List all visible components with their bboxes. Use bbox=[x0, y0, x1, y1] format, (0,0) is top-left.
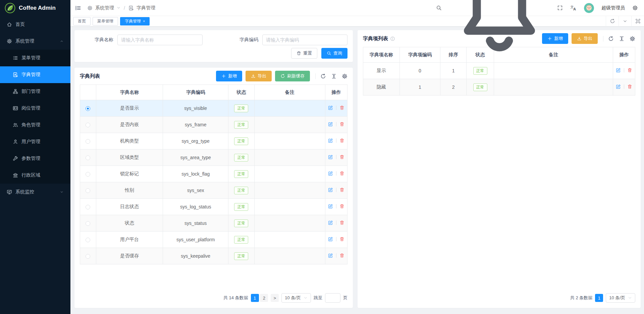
tab-字典管理[interactable]: 字典管理 × bbox=[120, 17, 150, 25]
sidebar-item-角色管理[interactable]: 角色管理 bbox=[0, 117, 70, 133]
tab-menu-chevron-icon[interactable] bbox=[619, 16, 631, 26]
page-size-select[interactable]: 10 条/页 bbox=[606, 293, 635, 303]
edit-icon[interactable] bbox=[328, 154, 333, 160]
breadcrumb-item-system[interactable]: 系统管理 bbox=[95, 5, 114, 11]
row-radio[interactable] bbox=[86, 106, 90, 111]
sidebar-item-首页[interactable]: 首页 bbox=[0, 16, 70, 33]
edit-icon[interactable] bbox=[328, 204, 333, 209]
sidebar-item-系统管理[interactable]: 系统管理 bbox=[0, 33, 70, 50]
item-table-row[interactable]: 显示 0 1 正常 bbox=[363, 63, 635, 79]
delete-icon[interactable] bbox=[339, 220, 344, 225]
sidebar-item-字典管理[interactable]: 字典管理 bbox=[0, 66, 70, 83]
row-radio[interactable] bbox=[86, 205, 90, 209]
sidebar-item-系统监控[interactable]: 系统监控 bbox=[0, 184, 70, 200]
delete-icon[interactable] bbox=[339, 105, 344, 110]
breadcrumb: 系统管理 / 字典管理 bbox=[87, 5, 155, 11]
row-radio[interactable] bbox=[86, 139, 90, 144]
table-settings-gear-icon[interactable] bbox=[630, 36, 635, 42]
close-tab-icon[interactable]: × bbox=[143, 19, 145, 23]
sidebar-item-参数管理[interactable]: 参数管理 bbox=[0, 150, 70, 167]
refresh-page-icon[interactable] bbox=[606, 16, 619, 26]
row-radio[interactable] bbox=[86, 188, 90, 193]
jump-page-input[interactable] bbox=[325, 293, 340, 303]
edit-icon[interactable] bbox=[328, 171, 333, 176]
delete-icon[interactable] bbox=[339, 204, 344, 209]
edit-icon[interactable] bbox=[616, 84, 621, 89]
translate-icon[interactable]: 文A bbox=[570, 5, 577, 11]
export-dict-button[interactable]: 导出 bbox=[246, 71, 272, 81]
page-size-select[interactable]: 10 条/页 bbox=[281, 293, 311, 303]
delete-icon[interactable] bbox=[339, 171, 344, 176]
delete-icon[interactable] bbox=[339, 187, 344, 192]
sidebar-item-岗位管理[interactable]: 岗位管理 bbox=[0, 100, 70, 117]
search-icon[interactable] bbox=[436, 5, 442, 11]
delete-icon[interactable] bbox=[627, 68, 632, 73]
status-badge: 正常 bbox=[234, 203, 248, 211]
edit-icon[interactable] bbox=[328, 138, 333, 143]
content-maximize-icon[interactable] bbox=[631, 16, 644, 26]
collapse-sidebar-icon[interactable] bbox=[75, 5, 81, 11]
edit-icon[interactable] bbox=[328, 220, 333, 225]
row-height-icon[interactable] bbox=[619, 36, 625, 42]
delete-icon[interactable] bbox=[339, 154, 344, 160]
dict-table-row[interactable]: 机构类型 sys_org_type 正常 bbox=[80, 133, 347, 149]
edit-icon[interactable] bbox=[328, 187, 333, 192]
row-radio[interactable] bbox=[86, 238, 90, 242]
row-radio[interactable] bbox=[86, 155, 90, 160]
tab-菜单管理[interactable]: 菜单管理 bbox=[93, 17, 118, 25]
row-radio[interactable] bbox=[86, 172, 90, 177]
edit-icon[interactable] bbox=[328, 237, 333, 242]
settings-gear-icon[interactable] bbox=[632, 5, 638, 11]
edit-icon[interactable] bbox=[328, 253, 333, 258]
export-item-button[interactable]: 导出 bbox=[572, 33, 598, 44]
refresh-cache-button[interactable]: 刷新缓存 bbox=[275, 71, 310, 81]
app-logo[interactable]: Coffee Admin bbox=[0, 0, 70, 16]
add-dict-button[interactable]: 新增 bbox=[216, 71, 242, 81]
fullscreen-icon[interactable] bbox=[557, 5, 563, 11]
dict-table-row[interactable]: 是否内嵌 sys_frame 正常 bbox=[80, 117, 347, 133]
delete-icon[interactable] bbox=[627, 84, 632, 89]
page-button-1[interactable]: 1 bbox=[595, 294, 603, 302]
sidebar-item-菜单管理[interactable]: 菜单管理 bbox=[0, 50, 70, 66]
breadcrumb-item-dict[interactable]: 字典管理 bbox=[137, 5, 155, 11]
row-radio[interactable] bbox=[86, 254, 90, 259]
delete-icon[interactable] bbox=[339, 253, 344, 258]
dict-table-row[interactable]: 区域类型 sys_area_type 正常 bbox=[80, 149, 347, 166]
dict-table-row[interactable]: 是否显示 sys_visible 正常 bbox=[80, 100, 347, 117]
table-settings-gear-icon[interactable] bbox=[342, 73, 347, 79]
edit-icon[interactable] bbox=[328, 105, 333, 110]
tab-首页[interactable]: 首页 bbox=[73, 17, 91, 25]
status-badge: 正常 bbox=[234, 252, 248, 260]
page-button-1[interactable]: 1 bbox=[251, 294, 259, 302]
delete-icon[interactable] bbox=[339, 138, 344, 143]
dict-table-row[interactable]: 性别 sys_sex 正常 bbox=[80, 182, 347, 199]
edit-icon[interactable] bbox=[616, 68, 621, 73]
sidebar-item-用户管理[interactable]: 用户管理 bbox=[0, 133, 70, 150]
dict-code-input[interactable] bbox=[262, 35, 347, 45]
row-radio[interactable] bbox=[86, 123, 90, 127]
refresh-table-icon[interactable] bbox=[608, 36, 614, 42]
edit-icon[interactable] bbox=[328, 122, 333, 127]
sidebar-item-部门管理[interactable]: 部门管理 bbox=[0, 83, 70, 100]
dict-name-input[interactable] bbox=[117, 35, 203, 45]
query-button[interactable]: 查询 bbox=[321, 48, 347, 59]
dict-table-row[interactable]: 用户平台 sys_user_platform 正常 bbox=[80, 232, 347, 248]
sidebar-item-行政区域[interactable]: 行政区域 bbox=[0, 167, 70, 184]
page-button-2[interactable]: 2 bbox=[260, 294, 268, 302]
dict-table-row[interactable]: 是否缓存 sys_keepalive 正常 bbox=[80, 248, 347, 264]
delete-icon[interactable] bbox=[339, 237, 344, 242]
row-height-icon[interactable] bbox=[331, 73, 337, 79]
username[interactable]: 超级管理员 bbox=[601, 5, 625, 11]
dict-table-row[interactable]: 日志状态 sys_log_status 正常 bbox=[80, 199, 347, 215]
dict-table-row[interactable]: 状态 sys_status 正常 bbox=[80, 215, 347, 232]
delete-icon[interactable] bbox=[339, 122, 344, 127]
dict-table-row[interactable]: 锁定标记 sys_lock_flag 正常 bbox=[80, 166, 347, 182]
reset-button[interactable]: 重置 bbox=[291, 48, 317, 59]
refresh-table-icon[interactable] bbox=[320, 73, 326, 79]
row-radio[interactable] bbox=[86, 221, 90, 226]
download-icon bbox=[251, 74, 256, 78]
notifications-button[interactable] bbox=[449, 0, 550, 58]
next-page-button[interactable]: > bbox=[271, 294, 279, 302]
avatar[interactable] bbox=[584, 3, 594, 13]
item-table-row[interactable]: 隐藏 1 2 正常 bbox=[363, 79, 635, 96]
